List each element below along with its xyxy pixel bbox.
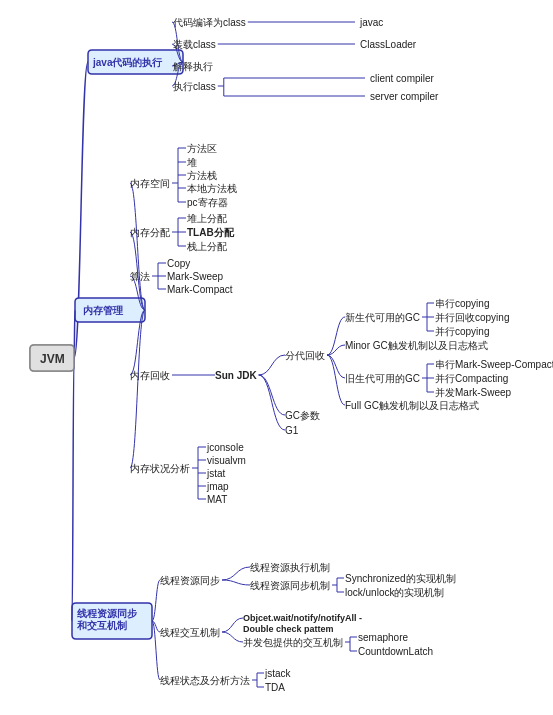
mind-map-container — [0, 0, 553, 715]
mind-map-canvas — [0, 0, 553, 715]
